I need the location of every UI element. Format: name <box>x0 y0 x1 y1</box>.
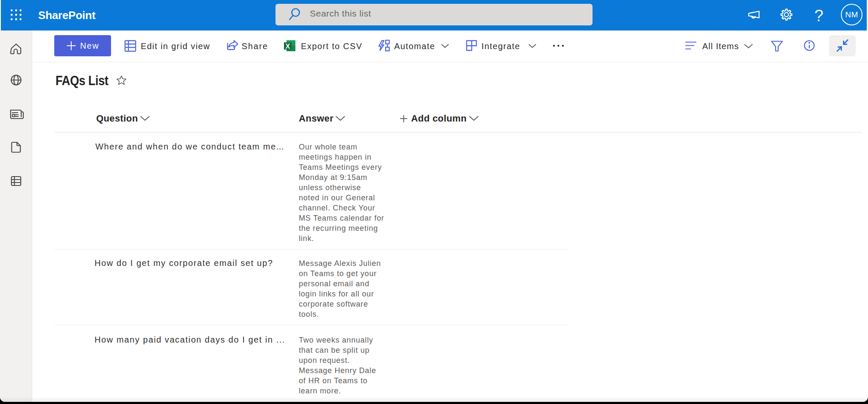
svg-text:X: X <box>286 43 290 50</box>
svg-text:?: ? <box>814 7 823 25</box>
